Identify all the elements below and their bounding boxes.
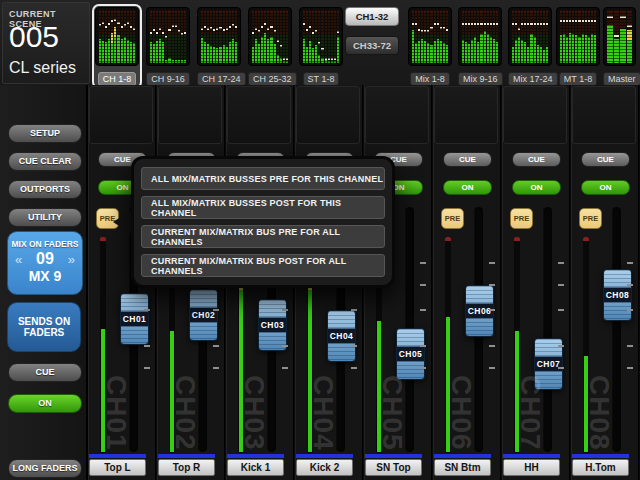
meter-bar (563, 10, 565, 63)
meter-bar (607, 10, 613, 63)
mix-prev-icon[interactable]: « (15, 252, 22, 267)
strip-cue-button[interactable]: CUE (443, 152, 492, 167)
menu-item[interactable]: ALL MIX/MATRIX BUSSES PRE FOR THIS CHANN… (141, 167, 385, 190)
strip-on-button[interactable]: ON (581, 180, 630, 195)
sends-on-faders-button[interactable]: SENDS ON FADERS (7, 302, 81, 352)
strip-pre-button[interactable]: PRE (510, 208, 533, 229)
meter-bar (184, 10, 186, 63)
meter-bar (412, 10, 414, 63)
menu-item[interactable]: CURRENT MIX/MATRIX BUS POST FOR ALL CHAN… (141, 254, 385, 277)
meter-block-label: MT 1-8 (559, 72, 597, 86)
meter-bar (537, 10, 539, 63)
meter-bar (480, 10, 482, 63)
channel-name-plate[interactable]: Top R (158, 459, 215, 476)
sidebar-on-button[interactable]: ON (8, 394, 82, 413)
channel-name-plate[interactable]: HH (503, 459, 560, 476)
meter-bar (226, 10, 228, 63)
strip-processing-box[interactable] (296, 86, 360, 144)
meter-block[interactable]: Master (600, 4, 639, 89)
strip-cue-button[interactable]: CUE (581, 152, 630, 167)
channel-name-plate[interactable]: Kick 1 (227, 459, 284, 476)
strip-processing-box[interactable] (158, 86, 222, 144)
channel-name-plate[interactable]: Kick 2 (296, 459, 353, 476)
meter-bar (446, 10, 448, 63)
meter-bar (213, 10, 215, 63)
mix-on-faders-panel[interactable]: MIX ON FADERS « 09 » MX 9 (7, 231, 83, 295)
strip-cue-button[interactable]: CUE (512, 152, 561, 167)
fader-cap[interactable]: CH05 (396, 328, 425, 380)
strip-on-button[interactable]: ON (443, 180, 492, 195)
meter-block[interactable]: Mix 9-16 (455, 4, 505, 89)
utility-button[interactable]: UTILITY (8, 208, 82, 227)
meter-block[interactable]: MT 1-8 (553, 4, 603, 89)
meter-bar (471, 10, 473, 63)
meter-bar (153, 10, 155, 63)
strip-processing-box[interactable] (503, 86, 567, 144)
fader-cap-label: CH03 (259, 317, 286, 333)
fader-cap[interactable]: CH08 (603, 269, 632, 321)
meter-bar (487, 10, 489, 63)
menu-item[interactable]: ALL MIX/MATRIX BUSSES POST FOR THIS CHAN… (141, 196, 385, 219)
meter-bar (493, 10, 495, 63)
scene-panel[interactable]: CURRENT SCENE 005 CL series (2, 2, 90, 84)
meter-bar (462, 10, 464, 63)
fader-scale-tick (627, 367, 633, 369)
channel-name-plate[interactable]: SN Btm (434, 459, 491, 476)
meter-block[interactable]: CH 9-16 (143, 4, 193, 89)
strip-processing-box[interactable] (227, 86, 291, 144)
sidebar-cue-button[interactable]: CUE (8, 363, 82, 382)
strip-processing-box[interactable] (434, 86, 498, 144)
strip-pre-button[interactable]: PRE (579, 208, 602, 229)
outports-button[interactable]: OUTPORTS (8, 180, 82, 199)
meter-block[interactable]: CH 1-8 (92, 4, 142, 89)
fader-cap[interactable]: CH02 (189, 289, 218, 341)
long-faders-button[interactable]: LONG FADERS (8, 459, 82, 478)
meter-bar (515, 10, 517, 63)
strip-on-button[interactable]: ON (512, 180, 561, 195)
meter-bar (430, 10, 432, 63)
cue-clear-button[interactable]: CUE CLEAR (8, 152, 82, 171)
strip-pre-button[interactable]: PRE (441, 208, 464, 229)
meter-bar (569, 10, 571, 63)
mixer-app: CURRENT SCENE 005 CL series CH 1-8CH 9-1… (0, 0, 640, 480)
meter-block[interactable]: CH 25-32 (245, 4, 295, 89)
fader-cap[interactable]: CH04 (327, 310, 356, 362)
setup-button[interactable]: SETUP (8, 124, 82, 143)
fader-cap[interactable]: CH01 (120, 293, 149, 345)
channel-name-plate[interactable]: SN Top (365, 459, 422, 476)
meter-bar (223, 10, 225, 63)
fader-cap-label: CH08 (604, 287, 631, 303)
meter-bar (585, 10, 587, 63)
meter-bar (172, 10, 174, 63)
meter-bar (207, 10, 209, 63)
fader-scale-tick (144, 367, 150, 369)
channel-name-plate[interactable]: Top L (89, 459, 146, 476)
bank-ch1-32-button[interactable]: CH1-32 (345, 7, 399, 26)
channel-name-plate[interactable]: H.Tom (572, 459, 629, 476)
meter-block[interactable]: ST 1-8 (296, 4, 346, 89)
mix-next-icon[interactable]: » (68, 252, 75, 267)
meter-block-bars (146, 7, 190, 66)
fader-cap-label: CH01 (121, 311, 148, 327)
meter-block[interactable]: Mix 1-8 (405, 4, 455, 89)
bank-ch33-72-button[interactable]: CH33-72 (345, 36, 399, 55)
fader-cap[interactable]: CH06 (465, 285, 494, 337)
channel-color-bar (503, 454, 560, 458)
meter-bar (534, 10, 536, 63)
meter-block[interactable]: Mix 17-24 (505, 4, 555, 89)
meter-bar (201, 10, 203, 63)
meter-bar (267, 10, 269, 63)
menu-item[interactable]: CURRENT MIX/MATRIX BUS PRE FOR ALL CHANN… (141, 225, 385, 248)
fader-scale-tick (627, 262, 633, 264)
strip-processing-box[interactable] (572, 86, 636, 144)
meter-bar (178, 10, 180, 63)
meter-block-bars (508, 7, 552, 66)
meter-bar (477, 10, 479, 63)
meter-block[interactable]: CH 17-24 (194, 4, 244, 89)
meter-block-label: ST 1-8 (303, 72, 340, 86)
meter-bar (337, 10, 339, 63)
fader-scale-tick (489, 262, 495, 264)
fader-cap[interactable]: CH03 (258, 299, 287, 351)
strip-processing-box[interactable] (365, 86, 429, 144)
strip-processing-box[interactable] (89, 86, 153, 144)
